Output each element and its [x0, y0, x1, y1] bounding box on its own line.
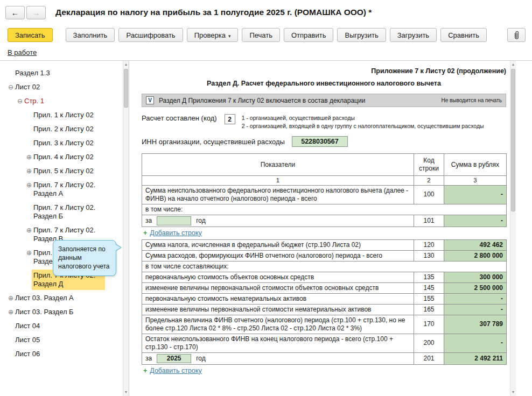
- sidebar-item-pril-5[interactable]: ⊕ Прил. 5 к Листу 02: [0, 164, 129, 178]
- line-code: 130: [414, 250, 444, 261]
- row-label: изменение величины первоначальной стоимо…: [142, 282, 414, 293]
- sidebar-item-list-02[interactable]: ⊖ Лист 02: [0, 80, 129, 94]
- table-row-120: Сумма налога, исчисленная в федеральный …: [142, 239, 507, 250]
- amount-cell-170[interactable]: 307 789: [444, 315, 507, 334]
- add-row-link-top[interactable]: Добавить строку: [150, 229, 201, 237]
- amount-cell-100[interactable]: -: [444, 185, 507, 204]
- import-button[interactable]: Загрузить: [390, 28, 437, 42]
- col-header-amount: Сумма в рублях: [444, 154, 507, 176]
- collapse-icon[interactable]: ⊖: [16, 97, 24, 105]
- attachments-button[interactable]: [507, 28, 526, 42]
- back-button[interactable]: ←: [5, 6, 25, 19]
- table-row-170: Предельная величина ФИНВ отчетного (нало…: [142, 315, 507, 334]
- row-label: первоначальную стоимость объектов основн…: [142, 272, 414, 282]
- amount-cell-165[interactable]: -: [444, 304, 507, 315]
- year-input-201[interactable]: 2025: [157, 354, 191, 363]
- sidebar-item-pril-7-razdel-a[interactable]: ⊕ Прил. 7 к Листу 02. Раздел А: [0, 178, 129, 201]
- forward-button[interactable]: →: [26, 6, 46, 19]
- line-code: 200: [414, 334, 444, 352]
- row-label: Сумма расходов, формирующих ФИНВ отчетно…: [142, 250, 414, 261]
- line-code: 120: [414, 239, 444, 250]
- expand-icon[interactable]: ⊕: [25, 181, 33, 189]
- amount-cell-200[interactable]: -: [444, 334, 507, 352]
- sidebar-item-pril-1[interactable]: Прил. 1 к Листу 02: [0, 108, 129, 122]
- print-button[interactable]: Печать: [242, 28, 280, 42]
- year-suffix: год: [196, 216, 206, 224]
- include-checkbox[interactable]: V: [146, 96, 154, 104]
- scroll-up-icon[interactable]: ▲: [510, 61, 516, 68]
- sidebar-item-pril-2[interactable]: Прил. 2 к Листу 02: [0, 122, 129, 136]
- amount-cell-155[interactable]: -: [444, 293, 507, 304]
- inn-row: ИНН организации, осуществившей расходы 5…: [142, 136, 507, 147]
- tree-scrollbar-thumb[interactable]: [124, 69, 128, 108]
- check-button[interactable]: Проверка▾: [187, 28, 239, 42]
- scroll-up-icon[interactable]: ▲: [123, 61, 129, 68]
- amount-cell-130[interactable]: 2 800 000: [444, 250, 507, 261]
- inn-field[interactable]: 5228030567: [292, 136, 348, 147]
- save-button[interactable]: Записать: [8, 28, 53, 42]
- expand-icon[interactable]: ⊕: [6, 294, 15, 302]
- table-row-155: первоначальную стоимость нематериальных …: [142, 293, 507, 304]
- expand-icon[interactable]: ⊕: [25, 249, 33, 257]
- sidebar-item-pril-3[interactable]: Прил. 3 к Листу 02: [0, 136, 129, 150]
- sidebar-item-razdel-1-3[interactable]: Раздел 1.3: [0, 66, 129, 80]
- sidebar-item-pril-7-razdel-b[interactable]: Прил. 7 к Листу 02. Раздел Б: [0, 201, 129, 223]
- row-label: Сумма налога, исчисленная в федеральный …: [142, 239, 414, 250]
- expand-icon[interactable]: ⊕: [25, 226, 33, 235]
- sidebar-item-str-1[interactable]: ⊖ Стр. 1: [0, 94, 129, 108]
- compare-button[interactable]: Сравнить: [440, 28, 487, 42]
- chevron-down-icon: ▾: [228, 33, 231, 39]
- amount-cell-145[interactable]: 2 500 000: [444, 282, 507, 293]
- table-header-row: Показатели Код строки Сумма в рублях: [142, 154, 507, 176]
- sidebar-item-pril-4[interactable]: ⊕ Прил. 4 к Листу 02: [0, 150, 129, 164]
- body: Раздел 1.3 ⊖ Лист 02 ⊖ Стр. 1 Прил. 1 к …: [0, 60, 532, 396]
- explain-button[interactable]: Расшифровать: [118, 28, 183, 42]
- amount-cell-201[interactable]: 2 492 211: [444, 352, 507, 364]
- line-code: 100: [414, 185, 444, 204]
- calc-code-field[interactable]: 2: [225, 114, 235, 124]
- scroll-down-icon[interactable]: ▼: [123, 389, 129, 395]
- col-num-3: 3: [444, 176, 507, 185]
- status-link[interactable]: В работе: [8, 48, 37, 56]
- paperclip-icon: [513, 31, 520, 40]
- amount-cell-120[interactable]: 492 462: [444, 239, 507, 250]
- subheader-label: в том числе:: [142, 204, 507, 215]
- tree-scrollbar[interactable]: ▲ ▼: [123, 61, 129, 396]
- amount-cell-135[interactable]: 300 000: [444, 272, 507, 282]
- form-scrollbar[interactable]: ▲ ▼: [510, 61, 516, 396]
- status-row: В работе: [0, 45, 532, 59]
- form-panel: Приложение 7 к Листу 02 (продолжение) Ра…: [130, 61, 532, 396]
- expand-icon[interactable]: ⊕: [25, 167, 33, 175]
- form-scrollbar-thumb[interactable]: [511, 69, 515, 211]
- add-row-link-bottom[interactable]: Добавить строку: [150, 367, 201, 374]
- year-input-101[interactable]: [157, 216, 191, 225]
- row-label: первоначальную стоимость нематериальных …: [142, 293, 414, 304]
- expand-icon[interactable]: ⊕: [6, 308, 15, 316]
- amount-cell-101[interactable]: -: [444, 215, 507, 227]
- finv-table-bottom: Сумма налога, исчисленная в федеральный …: [142, 239, 507, 365]
- sidebar-item-list-03-razdel-a[interactable]: ⊕ Лист 03. Раздел А: [0, 291, 129, 305]
- export-button[interactable]: Выгрузить: [337, 28, 386, 42]
- scroll-down-icon[interactable]: ▼: [510, 389, 516, 395]
- year-row-cell: за2025год: [142, 352, 414, 364]
- collapse-icon[interactable]: ⊖: [6, 83, 15, 91]
- line-code: 170: [414, 315, 444, 334]
- sidebar-item-list-04[interactable]: Лист 04: [0, 319, 129, 333]
- sidebar-item-list-03-razdel-b[interactable]: ⊕ Лист 03. Раздел Б: [0, 305, 129, 319]
- line-code: 135: [414, 272, 444, 282]
- forward-icon: →: [32, 8, 40, 17]
- send-button[interactable]: Отправить: [284, 28, 333, 42]
- legend-line-1: 1 - организацией, осуществившей расходы: [242, 114, 484, 122]
- fill-button[interactable]: Заполнить: [66, 28, 115, 42]
- sidebar-item-list-05[interactable]: Лист 05: [0, 333, 129, 347]
- section-title: Раздел Д. Расчет федерального инвестицио…: [142, 80, 506, 87]
- col-num-2: 2: [414, 176, 444, 185]
- table-row-145: изменение величины первоначальной стоимо…: [142, 282, 507, 293]
- expand-icon[interactable]: ⊕: [25, 153, 33, 161]
- line-code: 165: [414, 304, 444, 315]
- page-title: Декларация по налогу на прибыль за 1 пол…: [55, 8, 372, 17]
- table-subheader-row: в том числе:: [142, 204, 507, 215]
- check-icon: V: [148, 97, 152, 103]
- sidebar-item-list-06[interactable]: Лист 06: [0, 347, 129, 361]
- row-label: изменение величины первоначальной стоимо…: [142, 304, 414, 315]
